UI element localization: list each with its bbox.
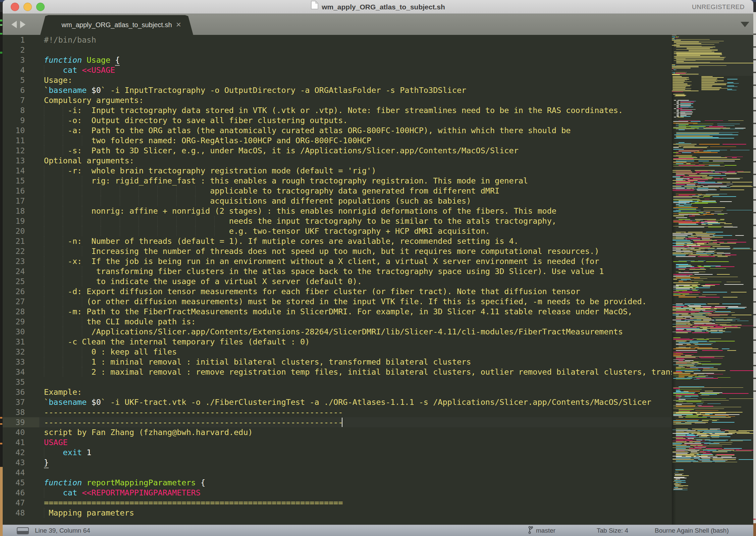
code-line[interactable]: 23 -x: If the job is being run in an env… (3, 256, 672, 266)
code-line[interactable]: 24 transforming fiber clusters in the at… (3, 266, 672, 276)
minimap-mark (691, 249, 705, 250)
minimap-mark (682, 291, 692, 292)
code-line[interactable]: 28 -m: Path to the FiberTractMeasurement… (3, 307, 672, 317)
code-line[interactable]: 35 (3, 377, 672, 387)
code-line[interactable]: 3function Usage { (3, 55, 672, 65)
minimap-mark (713, 458, 736, 458)
code-line[interactable]: 32 0 : keep all files (3, 347, 672, 357)
minimap-mark (676, 314, 688, 315)
code-line[interactable]: 46 cat <<REPORTMAPPINGPARAMETERS (3, 488, 672, 498)
minimap-mark (702, 420, 719, 420)
minimap-mark (721, 457, 732, 457)
minimap-mark (673, 291, 679, 292)
code-line[interactable]: 38--------------------------------------… (3, 407, 672, 417)
code-line[interactable]: 47======================================… (3, 498, 672, 508)
minimap-mark (730, 370, 753, 371)
minimap-mark (676, 396, 682, 396)
code-line[interactable]: 12 -s: Path to 3D Slicer, e.g., under Ma… (3, 146, 672, 156)
minimap-mark (674, 58, 724, 58)
status-syntax[interactable]: Bourne Again Shell (bash) (655, 525, 729, 536)
minimap-mark (702, 311, 715, 311)
minimap-mark (693, 326, 714, 327)
minimap-mark (673, 121, 688, 122)
code-line[interactable]: 39--------------------------------------… (3, 417, 672, 427)
open-files-dropdown-icon[interactable] (741, 22, 749, 27)
minimap[interactable] (672, 35, 753, 525)
minimap-mark (725, 327, 740, 328)
code-line[interactable]: 27 (or other diffusion measurements) mus… (3, 297, 672, 307)
code-line[interactable]: 41USAGE (3, 437, 672, 447)
minimap-mark (701, 87, 712, 87)
code-line[interactable]: 4 cat <<USAGE (3, 65, 672, 75)
code-text: cat <<USAGE (44, 65, 115, 75)
code-line[interactable]: 8 -i: Input tractography data stored in … (3, 105, 672, 115)
minimap-mark (736, 450, 753, 450)
minimap-mark (700, 268, 704, 269)
code-line[interactable]: 43} (3, 458, 672, 468)
code-line[interactable]: 26 -d: Export diffusion tensor measureme… (3, 286, 672, 297)
code-text: -r: whole brain tractography registratio… (44, 166, 376, 176)
code-line[interactable]: 18 nonrig: affine + nonrigid (2 stages) … (3, 206, 672, 216)
minimap-mark (701, 213, 707, 214)
code-line[interactable]: 22 Increasing the number of threads does… (3, 246, 672, 256)
code-line[interactable]: 48 Mapping parameters (3, 508, 672, 518)
code-line[interactable]: 34 2 : maximal removal : remove registra… (3, 367, 672, 377)
code-line[interactable]: 5Usage: (3, 75, 672, 85)
minimap-mark (720, 219, 724, 220)
minimap-mark (674, 42, 699, 42)
code-line[interactable]: 10 -a: Path to the ORG atlas (the anatom… (3, 125, 672, 136)
minimap-mark (705, 391, 713, 391)
code-line[interactable]: 30 /Applications/Slicer.app/Contents/Ext… (3, 327, 672, 337)
code-line[interactable]: 15 rig: rigid_affine_fast : this enables… (3, 176, 672, 186)
minimap-mark (737, 172, 751, 172)
code-line[interactable]: 6`basename $0` -i InputTractography -o O… (3, 85, 672, 95)
minimap-mark (676, 453, 688, 454)
code-line[interactable]: 29 the CLI module path is: (3, 317, 672, 327)
tab-close-icon[interactable]: × (176, 15, 181, 35)
minimap-mark (676, 163, 684, 164)
panel-toggle-icon[interactable] (17, 527, 29, 534)
code-line[interactable]: 16 applicable to tractography data gener… (3, 186, 672, 196)
code-line[interactable]: 36Example: (3, 387, 672, 397)
code-line[interactable]: 19 needs the input tractography to be si… (3, 216, 672, 226)
status-git-branch[interactable]: master (528, 525, 555, 536)
prev-tab-arrow-icon[interactable] (11, 21, 17, 28)
code-line[interactable]: 1#!/bin/bash (3, 35, 672, 45)
minimap-mark (695, 376, 705, 377)
minimap-mark (697, 201, 716, 201)
minimap-mark (699, 436, 707, 437)
minimap-mark (727, 87, 738, 87)
code-line[interactable]: 20 e.g. two-tensor UKF tractography + HC… (3, 226, 672, 236)
code-line[interactable]: 13Optional arguments: (3, 156, 672, 166)
minimap-mark (672, 38, 674, 39)
minimap-mark (695, 308, 711, 309)
code-area[interactable]: 1#!/bin/bash23function Usage {4 cat <<US… (3, 35, 672, 525)
minimap-mark (676, 479, 680, 479)
code-line[interactable]: 21 -n: Number of threads (default = 1). … (3, 236, 672, 246)
code-line[interactable]: 17 acquisitions and different population… (3, 196, 672, 206)
next-tab-arrow-icon[interactable] (20, 21, 25, 28)
minimap-mark (676, 328, 700, 329)
code-line[interactable]: 25 to indicate the usage of a virtual X … (3, 276, 672, 286)
minimap-mark (679, 227, 704, 227)
code-line[interactable]: 7Compulsory arguments: (3, 95, 672, 105)
code-line[interactable]: 40script by Fan Zhang (fzhang@bwh.harvar… (3, 427, 672, 437)
status-tab-size[interactable]: Tab Size: 4 (597, 525, 628, 536)
code-line[interactable]: 37`basename $0` -i UKF-tract.vtk -o ./Fi… (3, 397, 672, 407)
code-line[interactable]: 11 two folders named: ORG-RegAtlas-100HC… (3, 136, 672, 146)
code-line[interactable]: 33 1 : mininal removal : initial bilater… (3, 357, 672, 367)
code-line[interactable]: 42 exit 1 (3, 447, 672, 458)
minimap-mark (672, 326, 690, 327)
minimap-mark (673, 293, 689, 294)
code-line[interactable]: 45function reportMappingParameters { (3, 478, 672, 488)
code-line[interactable]: 44 (3, 468, 672, 478)
minimap-mark (676, 369, 698, 369)
code-line[interactable]: 9 -o: Output directory to save all fiber… (3, 115, 672, 125)
code-line[interactable]: 2 (3, 45, 672, 55)
code-line[interactable]: 14 -r: whole brain tractography registra… (3, 166, 672, 176)
minimap-mark (707, 304, 719, 304)
tab-active-file[interactable]: wm_apply_ORG_atlas_to_subject.sh × (40, 15, 193, 35)
minimap-mark (672, 77, 689, 78)
code-line[interactable]: 31 -c Clean the internal temporary files… (3, 337, 672, 347)
minimap-mark (677, 106, 679, 107)
